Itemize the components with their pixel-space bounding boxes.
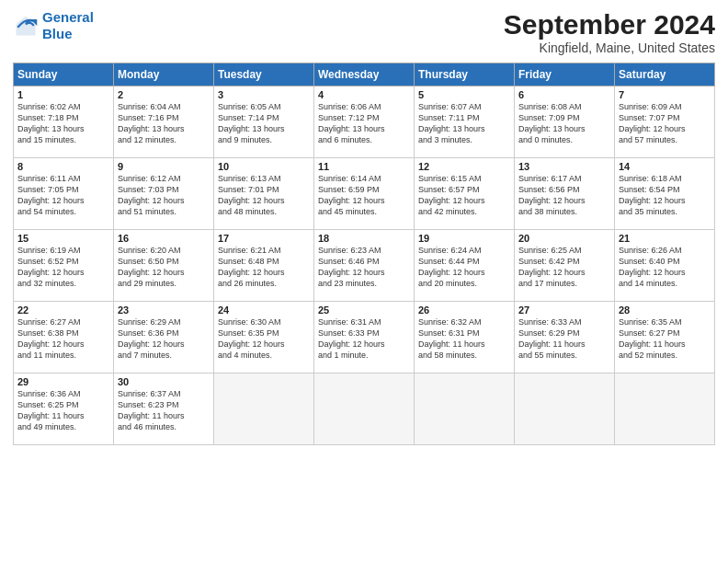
day-cell	[314, 373, 415, 445]
day-number: 29	[17, 376, 109, 387]
day-cell: 9Sunrise: 6:12 AM Sunset: 7:03 PM Daylig…	[114, 158, 214, 230]
day-info: Sunrise: 6:17 AM Sunset: 6:56 PM Dayligh…	[518, 173, 610, 218]
day-cell: 15Sunrise: 6:19 AM Sunset: 6:52 PM Dayli…	[14, 230, 114, 302]
day-number: 17	[218, 233, 310, 244]
day-info: Sunrise: 6:26 AM Sunset: 6:40 PM Dayligh…	[619, 245, 711, 290]
day-info: Sunrise: 6:14 AM Sunset: 6:59 PM Dayligh…	[318, 173, 410, 218]
day-info: Sunrise: 6:32 AM Sunset: 6:31 PM Dayligh…	[418, 316, 510, 362]
col-saturday: Saturday	[615, 63, 715, 86]
day-cell: 14Sunrise: 6:18 AM Sunset: 6:54 PM Dayli…	[615, 158, 715, 230]
day-cell	[214, 373, 314, 445]
day-number: 25	[318, 304, 410, 316]
day-info: Sunrise: 6:08 AM Sunset: 7:09 PM Dayligh…	[518, 101, 610, 146]
day-cell: 27Sunrise: 6:33 AM Sunset: 6:29 PM Dayli…	[515, 302, 615, 373]
day-number: 20	[518, 233, 610, 244]
day-number: 16	[118, 233, 210, 244]
day-info: Sunrise: 6:21 AM Sunset: 6:48 PM Dayligh…	[218, 245, 310, 290]
col-wednesday: Wednesday	[314, 63, 415, 86]
day-info: Sunrise: 6:27 AM Sunset: 6:38 PM Dayligh…	[17, 316, 109, 362]
day-cell: 6Sunrise: 6:08 AM Sunset: 7:09 PM Daylig…	[515, 86, 615, 158]
day-cell: 20Sunrise: 6:25 AM Sunset: 6:42 PM Dayli…	[515, 230, 615, 302]
day-cell: 29Sunrise: 6:36 AM Sunset: 6:25 PM Dayli…	[14, 373, 114, 445]
day-info: Sunrise: 6:35 AM Sunset: 6:27 PM Dayligh…	[619, 316, 711, 362]
day-info: Sunrise: 6:25 AM Sunset: 6:42 PM Dayligh…	[518, 245, 610, 290]
day-number: 19	[418, 233, 510, 244]
day-number: 13	[518, 161, 610, 172]
logo: General Blue	[13, 9, 94, 42]
day-info: Sunrise: 6:33 AM Sunset: 6:29 PM Dayligh…	[518, 316, 610, 362]
calendar-table: Sunday Monday Tuesday Wednesday Thursday…	[13, 63, 715, 445]
day-cell: 11Sunrise: 6:14 AM Sunset: 6:59 PM Dayli…	[314, 158, 415, 230]
col-thursday: Thursday	[415, 63, 515, 86]
day-cell: 8Sunrise: 6:11 AM Sunset: 7:05 PM Daylig…	[14, 158, 114, 230]
day-number: 10	[218, 161, 310, 172]
week-row-5: 29Sunrise: 6:36 AM Sunset: 6:25 PM Dayli…	[14, 373, 715, 445]
month-title: September 2024	[504, 9, 715, 40]
col-friday: Friday	[515, 63, 615, 86]
day-number: 28	[619, 304, 711, 316]
day-cell: 23Sunrise: 6:29 AM Sunset: 6:36 PM Dayli…	[114, 302, 214, 373]
day-number: 14	[619, 161, 711, 172]
day-number: 3	[218, 89, 310, 100]
day-number: 6	[518, 89, 610, 100]
day-number: 1	[17, 89, 109, 100]
location-title: Kingfield, Maine, United States	[504, 40, 715, 55]
day-cell: 16Sunrise: 6:20 AM Sunset: 6:50 PM Dayli…	[114, 230, 214, 302]
day-info: Sunrise: 6:18 AM Sunset: 6:54 PM Dayligh…	[619, 173, 711, 218]
logo-line1: General	[42, 9, 94, 25]
col-monday: Monday	[114, 63, 214, 86]
day-cell: 17Sunrise: 6:21 AM Sunset: 6:48 PM Dayli…	[214, 230, 314, 302]
day-number: 15	[17, 233, 109, 244]
day-info: Sunrise: 6:02 AM Sunset: 7:18 PM Dayligh…	[17, 101, 109, 146]
week-row-2: 8Sunrise: 6:11 AM Sunset: 7:05 PM Daylig…	[14, 158, 715, 230]
day-info: Sunrise: 6:24 AM Sunset: 6:44 PM Dayligh…	[418, 245, 510, 290]
header: General Blue September 2024 Kingfield, M…	[13, 9, 715, 55]
day-number: 23	[118, 304, 210, 316]
day-info: Sunrise: 6:15 AM Sunset: 6:57 PM Dayligh…	[418, 173, 510, 218]
day-cell: 25Sunrise: 6:31 AM Sunset: 6:33 PM Dayli…	[314, 302, 415, 373]
day-info: Sunrise: 6:13 AM Sunset: 7:01 PM Dayligh…	[218, 173, 310, 218]
col-tuesday: Tuesday	[214, 63, 314, 86]
day-info: Sunrise: 6:11 AM Sunset: 7:05 PM Dayligh…	[17, 173, 109, 218]
day-info: Sunrise: 6:30 AM Sunset: 6:35 PM Dayligh…	[218, 316, 310, 362]
day-cell: 24Sunrise: 6:30 AM Sunset: 6:35 PM Dayli…	[214, 302, 314, 373]
day-number: 4	[318, 89, 410, 100]
day-number: 7	[619, 89, 711, 100]
day-info: Sunrise: 6:06 AM Sunset: 7:12 PM Dayligh…	[318, 101, 410, 146]
day-cell: 22Sunrise: 6:27 AM Sunset: 6:38 PM Dayli…	[14, 302, 114, 373]
day-cell: 12Sunrise: 6:15 AM Sunset: 6:57 PM Dayli…	[415, 158, 515, 230]
day-info: Sunrise: 6:09 AM Sunset: 7:07 PM Dayligh…	[619, 101, 711, 146]
day-info: Sunrise: 6:05 AM Sunset: 7:14 PM Dayligh…	[218, 101, 310, 146]
day-cell: 13Sunrise: 6:17 AM Sunset: 6:56 PM Dayli…	[515, 158, 615, 230]
week-row-4: 22Sunrise: 6:27 AM Sunset: 6:38 PM Dayli…	[14, 302, 715, 373]
logo-icon	[13, 13, 39, 39]
day-cell: 5Sunrise: 6:07 AM Sunset: 7:11 PM Daylig…	[415, 86, 515, 158]
day-cell: 26Sunrise: 6:32 AM Sunset: 6:31 PM Dayli…	[415, 302, 515, 373]
day-cell	[415, 373, 515, 445]
day-cell: 10Sunrise: 6:13 AM Sunset: 7:01 PM Dayli…	[214, 158, 314, 230]
day-info: Sunrise: 6:19 AM Sunset: 6:52 PM Dayligh…	[17, 245, 109, 290]
day-number: 27	[518, 304, 610, 316]
day-cell: 4Sunrise: 6:06 AM Sunset: 7:12 PM Daylig…	[314, 86, 415, 158]
day-number: 8	[17, 161, 109, 172]
day-number: 12	[418, 161, 510, 172]
day-cell: 30Sunrise: 6:37 AM Sunset: 6:23 PM Dayli…	[114, 373, 214, 445]
day-cell: 2Sunrise: 6:04 AM Sunset: 7:16 PM Daylig…	[114, 86, 214, 158]
day-info: Sunrise: 6:20 AM Sunset: 6:50 PM Dayligh…	[118, 245, 210, 290]
header-row: Sunday Monday Tuesday Wednesday Thursday…	[14, 63, 715, 86]
page: General Blue September 2024 Kingfield, M…	[0, 0, 728, 563]
day-number: 2	[118, 89, 210, 100]
day-info: Sunrise: 6:31 AM Sunset: 6:33 PM Dayligh…	[318, 316, 410, 362]
day-cell	[615, 373, 715, 445]
day-cell: 1Sunrise: 6:02 AM Sunset: 7:18 PM Daylig…	[14, 86, 114, 158]
week-row-1: 1Sunrise: 6:02 AM Sunset: 7:18 PM Daylig…	[14, 86, 715, 158]
day-number: 9	[118, 161, 210, 172]
day-info: Sunrise: 6:04 AM Sunset: 7:16 PM Dayligh…	[118, 101, 210, 146]
day-number: 30	[118, 376, 210, 387]
day-info: Sunrise: 6:23 AM Sunset: 6:46 PM Dayligh…	[318, 245, 410, 290]
day-number: 24	[218, 304, 310, 316]
day-cell: 19Sunrise: 6:24 AM Sunset: 6:44 PM Dayli…	[415, 230, 515, 302]
day-number: 5	[418, 89, 510, 100]
week-row-3: 15Sunrise: 6:19 AM Sunset: 6:52 PM Dayli…	[14, 230, 715, 302]
day-info: Sunrise: 6:37 AM Sunset: 6:23 PM Dayligh…	[118, 388, 210, 433]
